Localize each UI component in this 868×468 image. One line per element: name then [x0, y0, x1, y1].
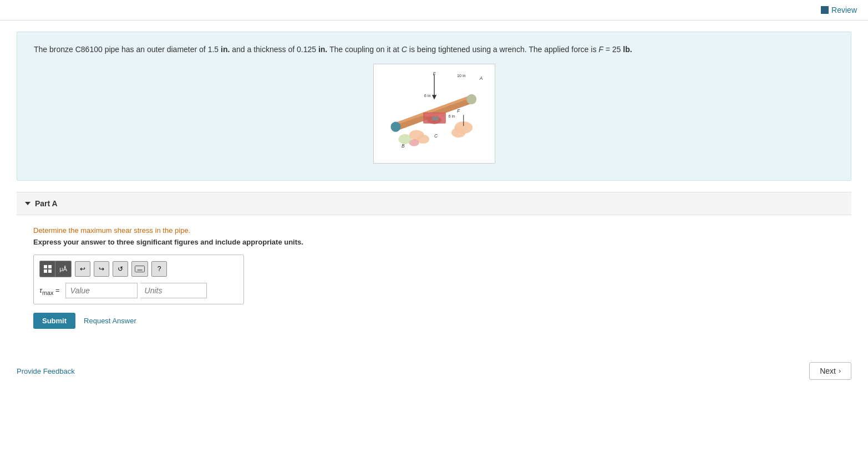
svg-rect-26 — [44, 265, 47, 268]
symbol-button[interactable]: μÅ — [55, 261, 71, 277]
svg-text:A: A — [479, 76, 483, 81]
svg-rect-22 — [424, 114, 444, 116]
redo-button[interactable]: ↪ — [94, 261, 109, 277]
review-link[interactable]: Review — [821, 6, 857, 14]
part-label: Part A — [35, 199, 58, 208]
keyboard-button[interactable] — [131, 261, 148, 277]
problem-text: The bronze C86100 pipe has an outer diam… — [34, 43, 834, 55]
toolbar: μÅ ↩ ↪ ↺ ? — [39, 261, 238, 277]
action-row: Submit Request Answer — [33, 313, 835, 329]
provide-feedback-link[interactable]: Provide Feedback — [17, 367, 75, 375]
svg-rect-29 — [48, 269, 52, 273]
top-bar: Review — [0, 0, 868, 21]
pipe-diagram: F A 10 in 6 in 8 in 6 in F C B — [379, 69, 490, 158]
part-header[interactable]: Part A — [17, 192, 851, 215]
svg-point-24 — [398, 134, 412, 144]
next-label: Next — [820, 367, 836, 375]
chevron-down-icon — [25, 202, 31, 205]
svg-text:6 in: 6 in — [448, 114, 455, 119]
submit-button[interactable]: Submit — [33, 313, 75, 329]
question-text: Determine the maximum shear stress in th… — [33, 226, 835, 235]
symbol-label: μÅ — [59, 266, 67, 272]
next-button[interactable]: Next › — [809, 362, 851, 380]
svg-text:6 in: 6 in — [424, 94, 430, 99]
svg-point-17 — [451, 128, 465, 138]
review-icon — [821, 6, 829, 14]
answer-box: μÅ ↩ ↪ ↺ ? — [33, 255, 244, 304]
part-content: Determine the maximum shear stress in th… — [17, 215, 851, 340]
matrix-button[interactable] — [40, 261, 55, 277]
input-row: τmax = — [39, 283, 238, 298]
svg-rect-23 — [432, 116, 438, 120]
value-input[interactable] — [65, 283, 138, 298]
units-input[interactable] — [140, 283, 207, 298]
next-chevron-icon: › — [839, 367, 841, 375]
tau-label: τmax = — [39, 286, 60, 296]
part-section: Part A Determine the maximum shear stres… — [17, 192, 851, 340]
diagram-container: F A 10 in 6 in 8 in 6 in F C B — [34, 64, 834, 164]
svg-text:B: B — [401, 144, 404, 149]
undo-button[interactable]: ↩ — [75, 261, 90, 277]
instruction-text: Express your answer to three significant… — [33, 238, 835, 246]
toolbar-btn-group: μÅ — [39, 261, 72, 277]
help-button[interactable]: ? — [151, 261, 167, 277]
svg-rect-27 — [48, 265, 52, 268]
diagram-box: F A 10 in 6 in 8 in 6 in F C B — [373, 64, 495, 164]
bottom-bar: Provide Feedback Next › — [0, 351, 868, 391]
svg-rect-28 — [44, 269, 47, 273]
problem-box: The bronze C86100 pipe has an outer diam… — [17, 32, 851, 181]
request-answer-link[interactable]: Request Answer — [84, 317, 136, 325]
reset-button[interactable]: ↺ — [113, 261, 128, 277]
review-label: Review — [831, 6, 857, 14]
svg-text:C: C — [434, 134, 438, 139]
svg-text:10 in: 10 in — [456, 73, 465, 78]
svg-rect-30 — [135, 266, 145, 272]
